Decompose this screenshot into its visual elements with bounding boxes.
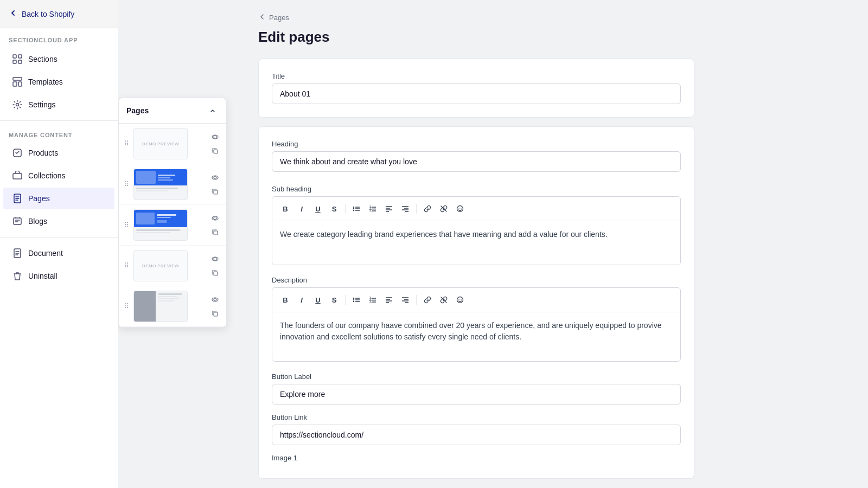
- svg-point-49: [458, 208, 459, 209]
- bold-button[interactable]: B: [278, 201, 293, 216]
- underline-button[interactable]: U: [310, 201, 326, 216]
- desc-unordered-list-button[interactable]: [349, 292, 364, 307]
- pages-panel-body: ⠿ DEMO PREVIEW: [119, 124, 226, 327]
- sidebar-item-pages[interactable]: Pages: [3, 188, 114, 209]
- heading-card: Heading Sub heading B I U S: [258, 126, 694, 479]
- svg-rect-20: [214, 231, 218, 235]
- drag-handle-icon: ⠿: [124, 221, 129, 229]
- templates-label: Templates: [28, 78, 63, 86]
- align-right-button[interactable]: [398, 201, 413, 216]
- templates-icon: [12, 76, 23, 87]
- back-to-shopify-button[interactable]: Back to Shopify: [0, 0, 118, 28]
- link-button[interactable]: [420, 201, 435, 216]
- sidebar-item-document[interactable]: Document: [3, 242, 114, 264]
- description-rte: B I U S 1.2.3.: [272, 287, 681, 362]
- page-preview-button[interactable]: [209, 293, 221, 305]
- svg-point-52: [353, 299, 354, 300]
- page-copy-button[interactable]: [209, 267, 221, 279]
- description-content[interactable]: The founders of our company haave combin…: [272, 312, 680, 361]
- heading-input[interactable]: [272, 151, 681, 172]
- desc-italic-button[interactable]: I: [294, 292, 309, 307]
- page-thumbnail: DEMO PREVIEW: [133, 250, 188, 281]
- desc-link-button[interactable]: [420, 292, 435, 307]
- sidebar-item-sections[interactable]: Sections: [3, 48, 114, 70]
- sidebar-item-uninstall[interactable]: Uninstall: [3, 265, 114, 287]
- list-item[interactable]: ⠿: [119, 286, 226, 327]
- ordered-list-button[interactable]: 1.2.3.: [365, 201, 380, 216]
- desc-align-left-button[interactable]: [381, 292, 397, 307]
- desc-ordered-list-button[interactable]: 1.2.3.: [365, 292, 380, 307]
- svg-text:3.: 3.: [369, 300, 372, 303]
- button-label-field-label: Button Label: [272, 373, 681, 381]
- emoji-button[interactable]: [452, 201, 468, 216]
- unlink-button[interactable]: [436, 201, 451, 216]
- svg-point-50: [461, 208, 462, 209]
- back-arrow-icon: [9, 9, 17, 19]
- description-field-label: Description: [272, 276, 681, 284]
- list-item[interactable]: ⠿ DEMO PREVIEW: [119, 124, 226, 164]
- desc-toolbar-separator-2: [416, 295, 417, 305]
- list-item[interactable]: ⠿ DEMO PREVIEW: [119, 246, 226, 286]
- desc-underline-button[interactable]: U: [310, 292, 326, 307]
- sections-label: Sections: [28, 55, 58, 63]
- pages-panel-collapse-button[interactable]: [207, 105, 219, 117]
- blogs-label: Blogs: [28, 217, 47, 226]
- svg-rect-8: [13, 174, 22, 179]
- unordered-list-button[interactable]: [349, 201, 364, 216]
- products-icon: [12, 147, 23, 158]
- button-label-input[interactable]: [272, 384, 681, 404]
- item-actions: [209, 212, 221, 238]
- list-item[interactable]: ⠿: [119, 205, 226, 246]
- strikethrough-button[interactable]: S: [327, 201, 342, 216]
- pages-panel: Pages ⠿ DEMO PREVIEW: [118, 98, 227, 328]
- page-preview-button[interactable]: [209, 131, 221, 143]
- item-actions: [209, 171, 221, 197]
- sidebar-item-settings[interactable]: Settings: [3, 94, 114, 115]
- sidebar-item-collections[interactable]: Collections: [3, 165, 114, 187]
- page-thumbnail: [133, 169, 188, 200]
- page-copy-button[interactable]: [209, 307, 221, 319]
- page-copy-button[interactable]: [209, 145, 221, 157]
- svg-point-51: [353, 298, 354, 299]
- products-label: Products: [28, 149, 58, 157]
- desc-strikethrough-button[interactable]: S: [327, 292, 342, 307]
- settings-label: Settings: [28, 100, 56, 109]
- page-copy-button[interactable]: [209, 226, 221, 238]
- drag-handle-icon: ⠿: [124, 181, 129, 188]
- list-item[interactable]: ⠿: [119, 164, 226, 205]
- drag-handle-icon: ⠿: [124, 262, 129, 269]
- svg-rect-23: [214, 272, 218, 275]
- italic-button[interactable]: I: [294, 201, 309, 216]
- subheading-content[interactable]: We create category leading brand experie…: [272, 221, 680, 265]
- manage-content-label: MANAGE CONTENT: [0, 125, 118, 142]
- breadcrumb[interactable]: Pages: [258, 13, 694, 22]
- svg-rect-1: [18, 55, 22, 58]
- document-icon: [12, 248, 23, 259]
- page-copy-button[interactable]: [209, 185, 221, 197]
- sidebar-item-blogs[interactable]: Blogs: [3, 210, 114, 232]
- svg-rect-17: [214, 190, 218, 194]
- uninstall-label: Uninstall: [28, 272, 58, 280]
- page-preview-button[interactable]: [209, 212, 221, 224]
- svg-point-18: [214, 217, 216, 220]
- edit-pages-content: Pages Edit pages Title Heading Sub headi…: [232, 0, 720, 488]
- toolbar-separator: [345, 204, 346, 214]
- sidebar-item-templates[interactable]: Templates: [3, 71, 114, 93]
- desc-emoji-button[interactable]: [452, 292, 468, 307]
- desc-bold-button[interactable]: B: [278, 292, 293, 307]
- page-thumbnail: [133, 291, 188, 322]
- desc-align-right-button[interactable]: [398, 292, 413, 307]
- drag-handle-icon: ⠿: [124, 140, 129, 147]
- button-link-input[interactable]: [272, 425, 681, 445]
- page-preview-button[interactable]: [209, 253, 221, 265]
- page-preview-button[interactable]: [209, 171, 221, 183]
- desc-unlink-button[interactable]: [436, 292, 451, 307]
- sidebar-item-products[interactable]: Products: [3, 142, 114, 164]
- align-left-button[interactable]: [381, 201, 397, 216]
- image1-field-label: Image 1: [272, 454, 681, 462]
- document-label: Document: [28, 249, 63, 258]
- title-input[interactable]: [272, 84, 681, 104]
- item-actions: [209, 253, 221, 279]
- drag-handle-icon: ⠿: [124, 303, 129, 310]
- svg-rect-5: [13, 82, 17, 86]
